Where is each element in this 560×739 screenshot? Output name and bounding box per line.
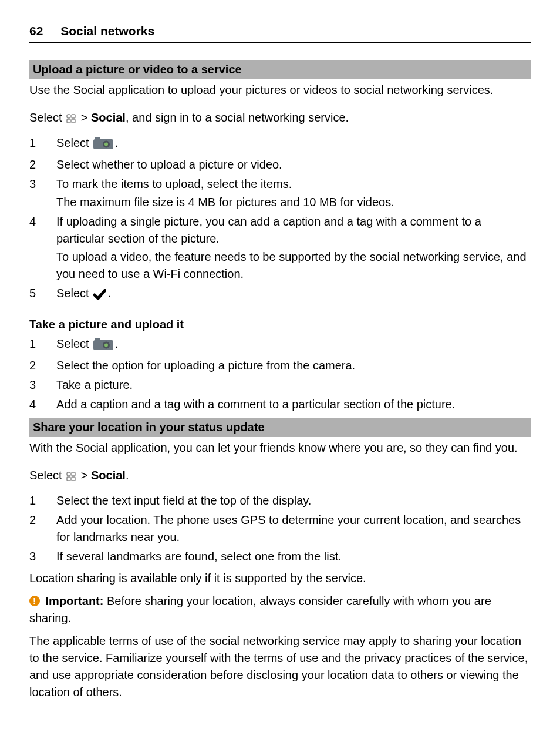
section-heading-share-location: Share your location in your status updat… [29, 418, 531, 437]
text: Add your location. The phone uses GPS to… [56, 513, 521, 543]
text: Select [56, 136, 92, 149]
step: Take a picture. [29, 377, 531, 394]
section3-note: Location sharing is available only if it… [29, 570, 531, 587]
social-label: Social [91, 111, 126, 124]
step: Select . [29, 335, 531, 355]
terms-paragraph: The applicable terms of use of the socia… [29, 633, 531, 701]
text: Select [56, 337, 92, 350]
text: Select [56, 287, 92, 300]
text: > [81, 111, 91, 124]
text: . [107, 287, 111, 300]
camera-icon [93, 136, 113, 154]
step: If uploading a single picture, you can a… [29, 213, 531, 283]
step: To mark the items to upload, select the … [29, 176, 531, 211]
check-icon [93, 287, 106, 304]
step: Select the text input field at the top o… [29, 492, 531, 509]
page-header: 62 Social networks [29, 22, 531, 43]
text: Select [29, 111, 65, 124]
apps-icon [66, 112, 76, 129]
text: To mark the items to upload, select the … [56, 177, 292, 190]
text: Select whether to upload a picture or vi… [56, 158, 282, 171]
step: Add your location. The phone uses GPS to… [29, 512, 531, 546]
step: Select . [29, 285, 531, 304]
text: . [114, 136, 118, 149]
text: If uploading a single picture, you can a… [56, 215, 481, 245]
text: Select the text input field at the top o… [56, 494, 311, 507]
text: , and sign in to a social networking ser… [126, 111, 349, 124]
important-note: Important: Before sharing your location,… [29, 593, 531, 627]
text: . [114, 337, 118, 350]
apps-icon [66, 469, 76, 486]
section1-select-line: Select > Social, and sign in to a social… [29, 109, 531, 129]
section3-steps: Select the text input field at the top o… [29, 492, 531, 565]
important-icon [29, 596, 40, 606]
step-note: The maximum file size is 4 MB for pictur… [56, 194, 531, 211]
section1-intro: Use the Social application to upload you… [29, 82, 531, 99]
social-label: Social [91, 469, 126, 482]
step: Select the option for uploading a pictur… [29, 357, 531, 374]
step: Add a caption and a tag with a comment t… [29, 396, 531, 413]
text: Select the option for uploading a pictur… [56, 359, 355, 372]
section1-steps: Select . Select whether to upload a pict… [29, 135, 531, 304]
step: Select . [29, 135, 531, 154]
text: If several landmarks are found, select o… [56, 550, 342, 563]
chapter-title: Social networks [60, 24, 154, 38]
section3-intro: With the Social application, you can let… [29, 439, 531, 456]
text: Take a picture. [56, 378, 133, 391]
step: If several landmarks are found, select o… [29, 548, 531, 565]
page-number: 62 [29, 22, 43, 40]
text: > [81, 469, 91, 482]
important-label: Important: [46, 594, 104, 607]
step: Select whether to upload a picture or vi… [29, 156, 531, 173]
section3-select-line: Select > Social. [29, 467, 531, 486]
text: . [126, 469, 129, 482]
section2-steps: Select . Select the option for uploading… [29, 335, 531, 413]
step-note: To upload a video, the feature needs to … [56, 248, 531, 283]
camera-icon [93, 337, 113, 355]
text: Select [29, 469, 65, 482]
section-heading-upload: Upload a picture or video to a service [29, 60, 531, 79]
subheading-take-picture: Take a picture and upload it [29, 316, 531, 333]
text: Add a caption and a tag with a comment t… [56, 398, 455, 411]
